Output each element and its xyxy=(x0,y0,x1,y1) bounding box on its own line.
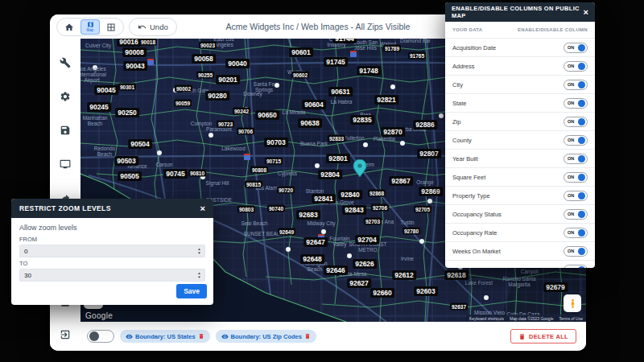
street-view-button[interactable] xyxy=(564,294,581,312)
zip-label[interactable]: 90018 xyxy=(139,39,157,46)
zip-label[interactable]: 92705 xyxy=(414,206,431,213)
settings-button[interactable] xyxy=(53,85,77,108)
zip-label[interactable]: 92804 xyxy=(318,170,342,179)
zip-label[interactable]: 90602 xyxy=(291,72,309,79)
zip-label[interactable]: 90023 xyxy=(199,42,217,49)
zip-label[interactable]: 92637 xyxy=(450,303,468,311)
zip-label[interactable]: 92870 xyxy=(381,127,405,137)
zip-label[interactable]: 92683 xyxy=(296,210,320,220)
logout-button[interactable] xyxy=(53,323,77,346)
column-toggle[interactable]: ON xyxy=(564,61,588,72)
zip-label[interactable]: 90745 xyxy=(163,169,188,179)
zip-label[interactable]: 92868 xyxy=(368,190,386,197)
column-toggle[interactable]: ON xyxy=(564,98,588,109)
zip-label[interactable]: 90301 xyxy=(118,84,136,91)
map-pin[interactable] xyxy=(353,159,367,177)
step-down-icon[interactable]: ▼ xyxy=(197,276,200,279)
zip-label[interactable]: 90810 xyxy=(188,170,206,177)
zip-label[interactable]: 90242 xyxy=(233,108,250,115)
column-toggle[interactable]: ON xyxy=(564,265,588,269)
close-icon[interactable]: × xyxy=(200,204,205,212)
zip-label[interactable]: 91765 xyxy=(408,52,426,60)
zip-label[interactable]: 90638 xyxy=(298,118,322,128)
zip-label[interactable]: 90650 xyxy=(255,110,279,120)
zip-label[interactable]: 90601 xyxy=(289,47,313,57)
zip-label[interactable]: 92886 xyxy=(413,120,437,130)
zip-label[interactable]: 90505 xyxy=(118,171,142,181)
zip-label[interactable]: 90740 xyxy=(267,205,285,212)
zip-label[interactable]: 92833 xyxy=(328,135,345,142)
undo-button[interactable]: Undo xyxy=(129,18,177,36)
zip-label[interactable]: 92646 xyxy=(324,265,348,275)
zip-label[interactable]: 90043 xyxy=(123,61,147,71)
zip-label[interactable]: 92649 xyxy=(278,228,295,236)
zip-label[interactable]: 92679 xyxy=(543,282,568,292)
step-up-icon[interactable]: ▲ xyxy=(197,272,200,275)
zip-label[interactable]: 91789 xyxy=(383,45,401,52)
column-toggle[interactable]: ON xyxy=(564,191,588,201)
zip-label[interactable]: 92841 xyxy=(312,194,336,204)
zip-label[interactable]: 92648 xyxy=(300,254,324,264)
home-button[interactable] xyxy=(60,19,79,35)
trash-icon[interactable] xyxy=(198,333,204,339)
save-button[interactable] xyxy=(53,119,77,142)
zip-label[interactable]: 90058 xyxy=(192,54,216,64)
zip-label[interactable]: 90280 xyxy=(205,91,229,101)
keyboard-shortcuts-link[interactable]: Keyboard shortcuts xyxy=(469,316,504,321)
zip-label[interactable]: 90703 xyxy=(264,138,288,147)
delete-all-button[interactable]: DELETE ALL xyxy=(510,329,576,343)
zip-label[interactable]: 92660 xyxy=(370,288,394,298)
column-toggle[interactable]: ON xyxy=(564,80,588,90)
boundary-chip[interactable]: Boundary: US Zip Codes xyxy=(216,330,316,343)
zip-label[interactable]: 92843 xyxy=(342,205,366,215)
zip-label[interactable]: 92807 xyxy=(417,149,441,158)
from-input[interactable] xyxy=(20,248,194,255)
boundary-chip[interactable]: Boundary: US States xyxy=(120,330,210,343)
zip-label[interactable]: 90803 xyxy=(237,206,255,213)
zip-label[interactable]: 90706 xyxy=(237,128,254,135)
step-down-icon[interactable]: ▼ xyxy=(197,252,200,255)
boundaries-visibility-toggle[interactable] xyxy=(87,330,114,343)
zip-label[interactable]: 90045 xyxy=(94,85,118,95)
zip-label[interactable]: 90016 xyxy=(117,39,141,47)
zip-label[interactable]: 92835 xyxy=(350,115,374,125)
to-input[interactable] xyxy=(20,272,194,279)
close-icon[interactable]: × xyxy=(584,8,588,16)
save-zoom-button[interactable]: Save xyxy=(176,284,207,298)
zip-label[interactable]: 90504 xyxy=(128,139,152,149)
zip-label[interactable]: 92647 xyxy=(303,237,328,247)
zip-label[interactable]: 90040 xyxy=(225,59,250,68)
trash-icon[interactable] xyxy=(304,333,311,339)
zip-label[interactable]: 91744 xyxy=(332,39,357,43)
column-toggle[interactable]: ON xyxy=(564,43,588,53)
column-toggle[interactable]: ON xyxy=(564,135,588,146)
zip-label[interactable]: 90604 xyxy=(302,100,326,109)
zip-label[interactable]: 92801 xyxy=(326,154,350,163)
zip-label[interactable]: 90059 xyxy=(174,100,192,107)
step-up-icon[interactable]: ▲ xyxy=(197,248,200,251)
zip-label[interactable]: 91745 xyxy=(324,57,348,67)
terms-link[interactable]: Terms of Use xyxy=(559,316,583,321)
column-toggle[interactable]: ON xyxy=(564,246,588,257)
zip-label[interactable]: 91748 xyxy=(357,66,381,76)
zip-label[interactable]: 92618 xyxy=(444,270,469,280)
zip-label[interactable]: 90715 xyxy=(265,158,283,165)
zip-label[interactable]: 92704 xyxy=(355,235,379,245)
zip-label[interactable]: 90255 xyxy=(196,72,214,79)
zip-label[interactable]: 92703 xyxy=(364,218,382,225)
column-toggle[interactable]: ON xyxy=(564,172,588,183)
tools-button[interactable] xyxy=(53,51,77,74)
zip-label[interactable]: 92603 xyxy=(414,286,438,296)
column-toggle[interactable]: ON xyxy=(564,117,588,127)
present-button[interactable] xyxy=(53,153,77,175)
zip-label[interactable]: 92840 xyxy=(338,190,362,200)
map-view-button[interactable]: Map xyxy=(80,19,100,35)
zip-label[interactable]: 92612 xyxy=(392,270,416,280)
zip-label[interactable]: 90503 xyxy=(114,156,138,166)
zip-label[interactable]: 90808 xyxy=(250,167,268,174)
zip-label[interactable]: 90723 xyxy=(217,121,234,128)
zip-label[interactable]: 92867 xyxy=(389,176,413,186)
column-toggle[interactable]: ON xyxy=(564,228,588,238)
column-toggle[interactable]: ON xyxy=(564,154,588,164)
zip-label[interactable]: 90631 xyxy=(328,87,353,97)
